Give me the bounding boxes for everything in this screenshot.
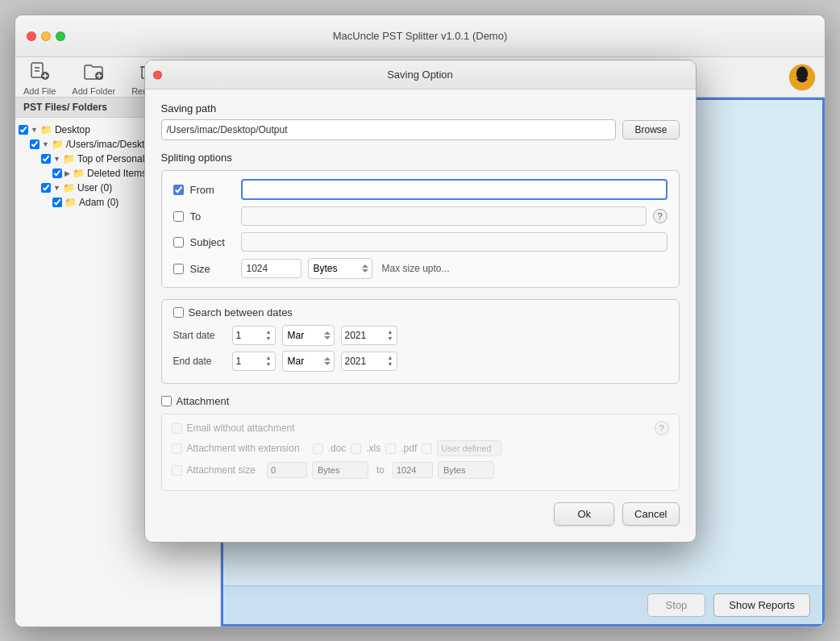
attachment-extension-row: Attachment with extension .doc .xls .pdf [172,440,669,456]
app-window: MacUncle PST Splitter v1.0.1 (Demo) Add … [15,15,825,627]
cancel-button[interactable]: Cancel [622,502,679,526]
size-checkbox[interactable] [173,264,184,274]
attachment-size-from-unit[interactable]: BytesKBMB [312,461,368,479]
attachment-size-to-unit[interactable]: BytesKBMB [438,461,494,479]
start-day-value: 1 [236,330,242,341]
dialog-body: Saving path Browse Spliting options From [145,89,696,542]
to-label: To [190,210,235,223]
start-day-stepper[interactable]: 1 ▲ ▼ [232,326,276,345]
email-without-attachment-checkbox[interactable] [172,423,182,434]
size-label: Size [190,263,235,275]
end-month-select[interactable]: Mar Jan Feb Apr [282,351,335,372]
start-year-stepper[interactable]: 2021 ▲ ▼ [341,326,397,345]
pdf-label: .pdf [401,443,417,454]
dialog-overlay: Saving Option Saving path Browse Splitin… [15,15,825,626]
search-dates-label: Search between dates [189,306,293,318]
attachment-size-from-input[interactable] [267,462,307,478]
dialog-close-button[interactable] [153,70,162,79]
to-separator: to [376,464,385,476]
attachment-extension-label: Attachment with extension [187,443,300,454]
size-input[interactable] [241,259,301,278]
dialog-title: Saving Option [387,69,453,81]
attachment-section: Attachment Email without attachment ? A [161,395,680,491]
to-help-icon[interactable]: ? [653,209,667,223]
pdf-checkbox[interactable] [385,443,396,454]
to-row: To ? [173,206,667,226]
to-checkbox[interactable] [173,211,184,222]
doc-checkbox[interactable] [313,443,323,454]
subject-row: Subject [173,232,667,252]
start-date-row: Start date 1 ▲ ▼ Mar Jan Feb [173,325,667,346]
search-dates-checkbox[interactable] [173,307,184,318]
attachment-size-checkbox[interactable] [172,465,182,476]
doc-label: .doc [328,443,347,454]
subject-label: Subject [190,236,235,248]
end-year-stepper[interactable]: 2021 ▲ ▼ [341,352,397,371]
attachment-size-label: Attachment size [187,464,256,476]
ok-button[interactable]: Ok [554,502,614,526]
email-without-attachment-row: Email without attachment ? [172,421,669,435]
attachment-size-to-input[interactable] [393,462,433,478]
subject-input[interactable] [241,232,667,252]
max-size-label: Max size upto... [382,263,450,274]
xls-label: .xls [366,443,380,454]
from-checkbox[interactable] [173,185,184,195]
attachment-help-icon[interactable]: ? [655,421,669,435]
user-defined-input[interactable] [437,440,501,456]
end-date-label: End date [173,356,226,367]
from-label: From [190,184,235,196]
date-checkbox-row: Search between dates [173,306,667,318]
size-row: Size Bytes KB MB GB Max size upto... [173,258,667,279]
end-year-value: 2021 [345,356,367,367]
dialog-traffic-lights [153,70,162,79]
end-day-value: 1 [236,356,242,367]
to-input[interactable] [241,206,647,226]
start-date-label: Start date [173,330,226,341]
attachment-size-row: Attachment size BytesKBMB to BytesKBMB [172,461,669,479]
saving-path-label: Saving path [161,102,680,114]
attachment-extension-checkbox[interactable] [172,443,182,454]
user-defined-checkbox[interactable] [422,443,432,454]
browse-button[interactable]: Browse [622,120,679,139]
email-without-attachment-label: Email without attachment [187,422,295,434]
end-day-stepper[interactable]: 1 ▲ ▼ [232,352,276,371]
end-date-row: End date 1 ▲ ▼ Mar Jan Feb Ap [173,351,667,372]
options-box: From To ? Subject [161,170,680,288]
saving-option-dialog: Saving Option Saving path Browse Splitin… [144,60,697,543]
from-row: From [173,179,667,200]
bottom-stop-bar: Stop [15,626,825,627]
attachment-checkbox[interactable] [161,396,172,406]
xls-checkbox[interactable] [351,443,361,454]
attachment-header-row: Attachment [161,395,680,407]
saving-path-row: Browse [161,119,680,140]
from-input[interactable] [241,179,667,200]
attachment-label: Attachment [177,395,230,407]
start-year-value: 2021 [345,330,367,341]
start-month-select[interactable]: Mar Jan Feb Apr [282,325,335,346]
dialog-title-bar: Saving Option [145,60,696,89]
size-unit-select[interactable]: Bytes KB MB GB [308,258,372,279]
saving-path-input[interactable] [161,119,617,140]
date-section: Search between dates Start date 1 ▲ ▼ [161,299,680,384]
dialog-footer: Ok Cancel [161,502,680,526]
splitting-options-label: Spliting options [161,152,680,164]
subject-checkbox[interactable] [173,237,184,248]
